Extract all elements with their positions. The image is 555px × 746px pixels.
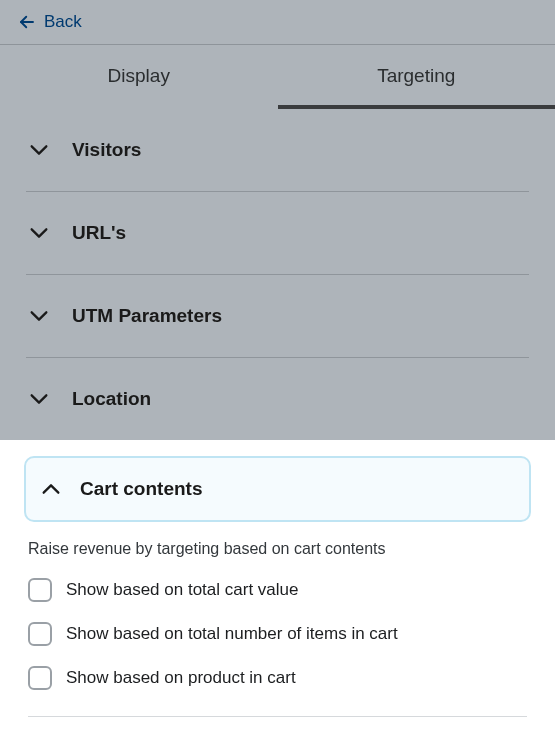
option-label: Show based on product in cart [66, 668, 296, 688]
chevron-down-icon [28, 139, 50, 161]
accordion-utm[interactable]: UTM Parameters [26, 275, 529, 358]
accordion-cart-contents[interactable]: Cart contents [24, 456, 531, 522]
accordion-title: Cart contents [80, 478, 202, 500]
arrow-left-icon [18, 13, 36, 31]
back-label: Back [44, 12, 82, 32]
back-button[interactable]: Back [0, 0, 555, 44]
tab-targeting-label: Targeting [377, 65, 455, 86]
option-product-in-cart[interactable]: Show based on product in cart [24, 666, 531, 710]
chevron-down-icon [28, 222, 50, 244]
accordion-title: URL's [72, 222, 126, 244]
tab-display[interactable]: Display [0, 45, 278, 109]
cart-help-text: Raise revenue by targeting based on cart… [24, 522, 531, 578]
checkbox[interactable] [28, 578, 52, 602]
accordion-urls[interactable]: URL's [26, 192, 529, 275]
accordion-visitors[interactable]: Visitors [26, 109, 529, 192]
tabs: Display Targeting [0, 44, 555, 109]
accordion-location[interactable]: Location [26, 358, 529, 440]
option-label: Show based on total cart value [66, 580, 298, 600]
chevron-down-icon [28, 388, 50, 410]
option-total-cart-value[interactable]: Show based on total cart value [24, 578, 531, 622]
divider [28, 716, 527, 717]
accordion-title: Location [72, 388, 151, 410]
option-total-items[interactable]: Show based on total number of items in c… [24, 622, 531, 666]
checkbox[interactable] [28, 622, 52, 646]
accordion-title: Visitors [72, 139, 141, 161]
checkbox[interactable] [28, 666, 52, 690]
tab-display-label: Display [108, 65, 170, 86]
chevron-up-icon [40, 478, 62, 500]
tab-targeting[interactable]: Targeting [278, 45, 556, 109]
option-label: Show based on total number of items in c… [66, 624, 398, 644]
chevron-down-icon [28, 305, 50, 327]
accordion-title: UTM Parameters [72, 305, 222, 327]
